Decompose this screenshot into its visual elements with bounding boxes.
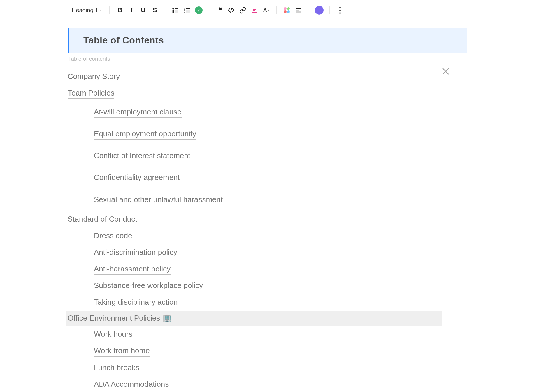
toolbar-separator [276, 6, 277, 14]
toc-link[interactable]: Work from home [94, 346, 150, 356]
toc-link[interactable]: Substance-free workplace policy [94, 280, 203, 291]
toc-row: ADA Accommodations [68, 376, 444, 392]
toc-link[interactable]: Anti-harassment policy [94, 264, 171, 275]
editor-toolbar: Heading 1 ▾ B I U S 1 2 3 [70, 3, 344, 17]
underline-button[interactable]: U [139, 6, 147, 15]
svg-line-12 [231, 8, 232, 13]
toc-link[interactable]: Standard of Conduct [68, 214, 137, 225]
numbered-list-button[interactable]: 1 2 3 [183, 6, 192, 15]
toc-link[interactable]: Lunch breaks [94, 363, 139, 373]
toolbar-separator [309, 6, 309, 14]
toc-link[interactable]: Office Environment Policies 🏢 [68, 313, 172, 324]
document-content: Table of Contents Table of contents Comp… [68, 28, 467, 392]
toc-banner[interactable]: Table of Contents [68, 28, 467, 53]
heading-style-select[interactable]: Heading 1 ▾ [70, 7, 103, 14]
toolbar-separator [329, 6, 330, 14]
toc-row: Substance-free workplace policy [68, 278, 444, 294]
chevron-down-icon: ▾ [100, 8, 102, 12]
toc-row: Sexual and other unlawful harassment [68, 189, 444, 211]
toc-row: Work hours [68, 326, 444, 343]
checklist-button[interactable] [194, 6, 203, 15]
toc-row: Work from home [68, 343, 444, 359]
toc-link[interactable]: Sexual and other unlawful harassment [94, 195, 223, 205]
strikethrough-button[interactable]: S [150, 6, 159, 15]
toc-link[interactable]: Confidentiality agreement [94, 172, 180, 183]
plus-circle-icon [315, 6, 324, 15]
toc-link[interactable]: At-will employment clause [94, 107, 182, 118]
toc-subtitle: Table of contents [68, 56, 467, 62]
toc-link[interactable]: Team Policies [68, 88, 114, 99]
banner-button[interactable] [250, 6, 259, 15]
toc-link[interactable]: Conflict of Interest statement [94, 151, 190, 161]
toc-row: Team Policies [68, 85, 444, 102]
toc-link[interactable]: Work hours [94, 329, 132, 340]
toc-row: Anti-harassment policy [68, 261, 444, 278]
toc-link[interactable]: Taking disciplinary action [94, 297, 178, 308]
italic-button[interactable]: I [127, 6, 136, 15]
chevron-down-icon: ▾ [268, 8, 269, 12]
toolbar-separator [165, 6, 165, 14]
toc-row: Anti-discrimination policy [68, 244, 444, 261]
toc-link[interactable]: Equal employment opportunity [94, 129, 196, 140]
toc-row: Dress code [68, 228, 444, 244]
toolbar-separator [209, 6, 209, 14]
svg-text:3: 3 [184, 11, 185, 13]
svg-point-4 [173, 11, 174, 12]
toc-row: Standard of Conduct [68, 211, 444, 228]
toc-row: Confidentiality agreement [68, 167, 444, 189]
svg-point-0 [173, 8, 174, 9]
toc-link[interactable]: ADA Accommodations [94, 379, 169, 390]
bold-button[interactable]: B [115, 6, 124, 15]
code-block-button[interactable] [227, 6, 236, 15]
toc-row: Conflict of Interest statement [68, 145, 444, 167]
check-circle-icon [195, 6, 203, 14]
kebab-menu-icon [336, 7, 343, 14]
emoji-picker-button[interactable] [282, 6, 291, 15]
close-button[interactable] [441, 66, 451, 77]
align-button[interactable] [294, 6, 303, 15]
svg-point-2 [173, 10, 174, 10]
toc-row: Office Environment Policies 🏢 [66, 311, 442, 326]
toc-link[interactable]: Company Story [68, 71, 120, 82]
text-color-label: A [263, 7, 267, 14]
toc-link[interactable]: Anti-discrimination policy [94, 247, 177, 258]
toc-row: Taking disciplinary action [68, 294, 444, 311]
toc-row: Lunch breaks [68, 360, 444, 376]
toc-row: Equal employment opportunity [68, 123, 444, 145]
more-options-button[interactable] [336, 6, 344, 15]
toc-row: Company Story [68, 68, 444, 85]
color-dots-icon [283, 7, 290, 14]
bulleted-list-button[interactable] [171, 6, 180, 15]
toolbar-separator [109, 6, 110, 14]
toc-banner-title: Table of Contents [83, 35, 453, 46]
text-color-button[interactable]: A ▾ [262, 6, 271, 15]
toc-list: Company StoryTeam PoliciesAt-will employ… [68, 68, 444, 392]
toc-link[interactable]: Dress code [94, 231, 132, 241]
insert-button[interactable] [315, 6, 324, 15]
blockquote-button[interactable]: ❝ [215, 6, 224, 15]
toc-row: At-will employment clause [68, 102, 444, 123]
heading-style-label: Heading 1 [72, 7, 98, 14]
link-button[interactable] [238, 6, 247, 15]
